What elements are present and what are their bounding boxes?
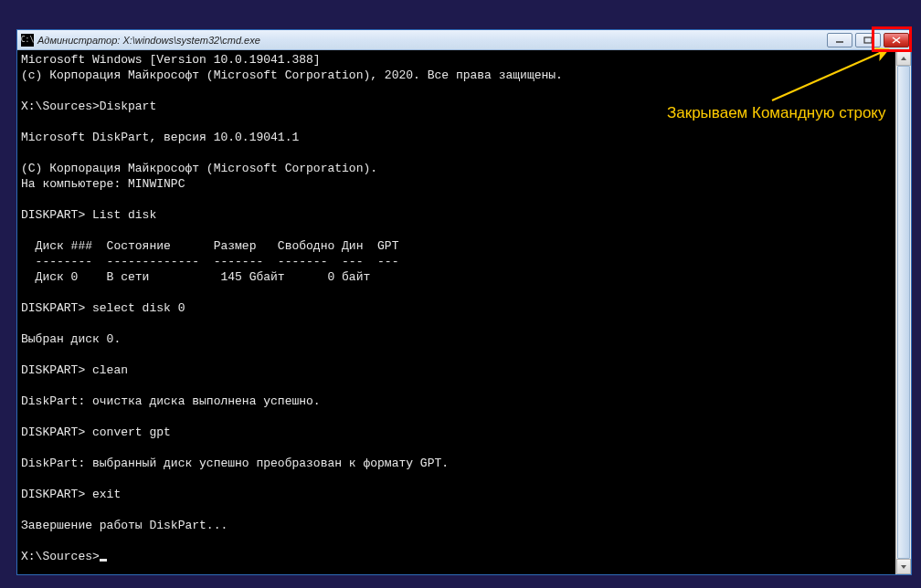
maximize-button[interactable] <box>855 33 881 47</box>
minimize-button[interactable] <box>827 33 852 47</box>
scroll-thumb[interactable] <box>897 66 910 559</box>
scroll-track[interactable] <box>896 66 911 559</box>
titlebar[interactable]: C:\ Администратор: X:\windows\system32\c… <box>17 30 911 50</box>
chevron-down-icon <box>900 564 907 570</box>
close-button[interactable] <box>884 33 909 47</box>
maximize-icon <box>863 37 873 44</box>
svg-rect-1 <box>864 37 872 43</box>
vertical-scrollbar[interactable] <box>895 50 911 574</box>
close-icon <box>892 37 901 44</box>
cmd-icon: C:\ <box>21 34 34 47</box>
console-output[interactable]: Microsoft Windows [Version 10.0.19041.38… <box>17 50 895 574</box>
chevron-up-icon <box>900 56 907 61</box>
cmd-window: C:\ Администратор: X:\windows\system32\c… <box>16 29 912 575</box>
scroll-down-button[interactable] <box>896 559 911 574</box>
console-body: Microsoft Windows [Version 10.0.19041.38… <box>17 50 911 574</box>
minimize-icon <box>835 37 844 44</box>
window-controls <box>827 33 909 47</box>
window-title: Администратор: X:\windows\system32\cmd.e… <box>37 35 260 46</box>
scroll-up-button[interactable] <box>896 50 911 66</box>
